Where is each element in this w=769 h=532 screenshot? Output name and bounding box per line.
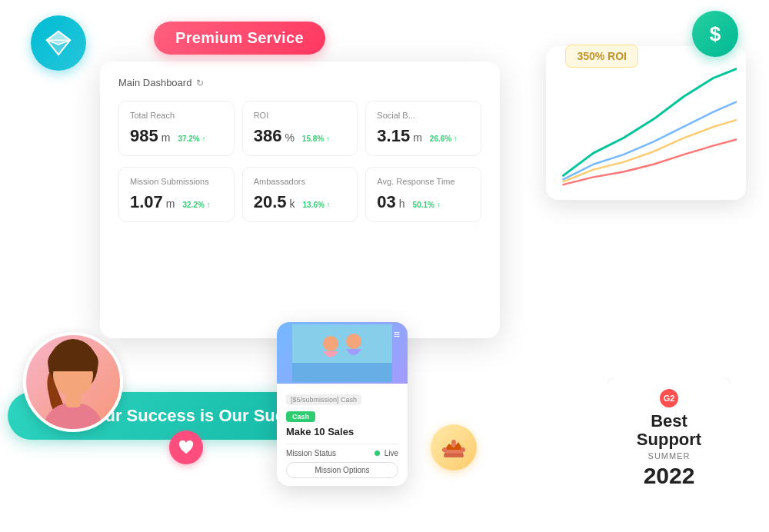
metric-value: 03h 50.1% ↑ (377, 192, 470, 212)
metric-social: Social B... 3.15m 26.6% ↑ (365, 101, 481, 156)
metric-label: Avg. Response Time (377, 177, 470, 186)
g2-best-support-title: BestSupport (620, 412, 718, 449)
mobile-cash-badge: Cash (286, 411, 315, 422)
metric-roi: ROI 386% 15.8% ↑ (242, 101, 358, 156)
mobile-status-label: Mission Status (286, 449, 336, 457)
dashboard-title: Main Dashboard ↻ (118, 77, 481, 88)
svg-rect-11 (292, 363, 392, 382)
mission-options-button[interactable]: Mission Options (286, 462, 398, 478)
metric-label: Ambassadors (254, 177, 347, 186)
metric-missions: Mission Submissions 1.07m 32.2% ↑ (118, 167, 235, 222)
chart-card (546, 46, 746, 200)
crown-icon-circle (431, 424, 477, 470)
mobile-card-image: ≡ (277, 322, 408, 384)
mobile-price-tag: [$5/submission] Cash (286, 394, 361, 405)
live-dot (375, 451, 380, 456)
metric-value: 985m 37.2% ↑ (130, 126, 223, 146)
g2-logo: G2 (660, 389, 678, 407)
metric-value: 386% 15.8% ↑ (254, 126, 347, 146)
diamond-icon-circle (31, 15, 86, 71)
refresh-icon[interactable]: ↻ (196, 78, 204, 88)
svg-point-16 (451, 440, 456, 444)
person-avatar (23, 332, 123, 432)
mobile-divider (286, 444, 398, 444)
metric-ambassadors: Ambassadors 20.5k 13.6% ↑ (242, 167, 358, 222)
mobile-mission-card: ≡ [$5/submission] Cash Cash Make 10 Sale… (277, 322, 408, 486)
metric-label: Total Reach (130, 111, 223, 120)
mobile-status-row: Mission Status Live (286, 449, 398, 457)
metric-value: 3.15m 26.6% ↑ (377, 126, 470, 146)
mobile-mission-title: Make 10 Sales (286, 426, 398, 437)
g2-year: 2022 (620, 463, 718, 489)
svg-point-15 (442, 447, 447, 452)
metric-response-time: Avg. Response Time 03h 50.1% ↑ (365, 167, 481, 222)
dashboard-title-text: Main Dashboard (118, 77, 191, 88)
g2-season: SUMMER (620, 451, 718, 461)
dollar-icon-circle: $ (692, 11, 738, 57)
heart-icon-badge (169, 431, 203, 464)
metric-label: Social B... (377, 111, 470, 120)
metric-label: Mission Submissions (130, 177, 223, 186)
svg-point-12 (323, 336, 338, 351)
metric-value: 20.5k 13.6% ↑ (254, 192, 347, 212)
metric-label: ROI (254, 111, 347, 120)
metric-total-reach: Total Reach 985m 37.2% ↑ (118, 101, 235, 156)
metrics-grid: Total Reach 985m 37.2% ↑ ROI 386% 15.8% … (118, 101, 481, 222)
mobile-status-value: Live (375, 449, 398, 457)
metric-value: 1.07m 32.2% ↑ (130, 192, 223, 212)
svg-rect-9 (65, 394, 81, 407)
scene: Premium Service $ 350% ROI Main Dashboar… (0, 0, 769, 532)
mobile-card-content: [$5/submission] Cash Cash Make 10 Sales … (277, 384, 408, 486)
roi-badge: 350% ROI (565, 45, 638, 68)
dashboard-card: Main Dashboard ↻ Total Reach 985m 37.2% … (100, 62, 500, 338)
premium-service-badge: Premium Service (154, 22, 325, 55)
g2-badge: G2 BestSupport SUMMER 2022 (608, 378, 731, 501)
svg-point-13 (346, 334, 361, 349)
svg-point-17 (461, 447, 465, 452)
svg-rect-18 (444, 454, 464, 457)
mobile-menu-icon: ≡ (394, 328, 400, 341)
